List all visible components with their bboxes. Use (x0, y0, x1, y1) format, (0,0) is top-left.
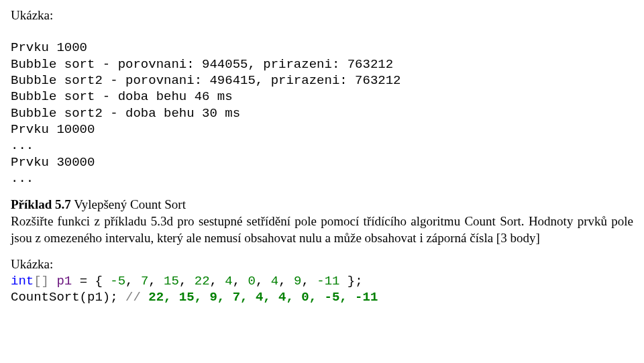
code-text: = { (72, 274, 110, 289)
sample-line: Bubble sort - doba behu 46 ms (11, 89, 233, 104)
keyword-int: int (11, 274, 34, 289)
sample-line: ... (11, 138, 34, 153)
num-literal: 4 (225, 274, 232, 289)
sample-line: Prvku 10000 (11, 122, 95, 137)
sample2-heading: Ukázka: (11, 256, 633, 272)
exercise-body: Rozšiřte funkci z příkladu 5.3d pro sest… (11, 213, 633, 246)
num-literal: 15 (164, 274, 179, 289)
num-literal: -5 (110, 274, 125, 289)
num-literal: -11 (317, 274, 339, 289)
var-p1: p1 (56, 274, 72, 289)
brackets: [] (34, 274, 56, 289)
code-call: CountSort(p1); (11, 290, 125, 305)
code-text: }; (339, 274, 362, 289)
exercise-number: Příklad 5.7 (11, 197, 71, 211)
sample-heading: Ukázka: (11, 7, 633, 23)
num-literal: 0 (248, 274, 256, 289)
comment-slashes: // (125, 290, 148, 305)
exercise-heading: Příklad 5.7 Vylepšený Count Sort (11, 196, 633, 213)
sample-line: ... (11, 171, 34, 186)
sample-line: Prvku 1000 (11, 40, 87, 55)
sample-line: Bubble sort2 - porovnani: 496415, priraz… (11, 73, 401, 88)
num-literal: 7 (141, 274, 148, 289)
exercise-title: Vylepšený Count Sort (71, 197, 186, 211)
num-literal: 9 (294, 274, 301, 289)
comment-values: 22, 15, 9, 7, 4, 4, 0, -5, -11 (148, 290, 378, 305)
num-literal: 22 (195, 274, 210, 289)
sample-output-block: Prvku 1000 Bubble sort - porovnani: 9440… (11, 23, 633, 187)
num-literal: 4 (271, 274, 278, 289)
sample-line: Prvku 30000 (11, 155, 95, 170)
sample-line: Bubble sort - porovnani: 944055, priraze… (11, 57, 393, 72)
sample-line: Bubble sort2 - doba behu 30 ms (11, 106, 240, 121)
code-block: int[] p1 = { -5, 7, 15, 22, 4, 0, 4, 9, … (11, 273, 633, 306)
